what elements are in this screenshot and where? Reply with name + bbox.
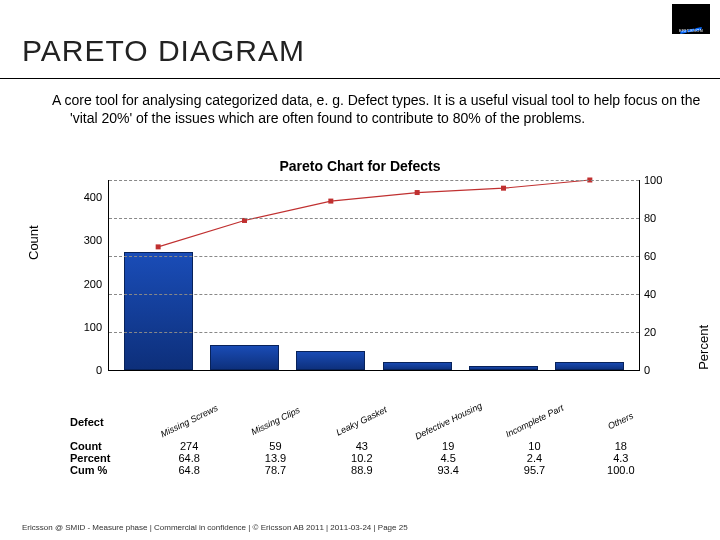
table-cell: Others (578, 416, 664, 428)
table-cell: 88.9 (319, 464, 405, 476)
y-tick: 100 (84, 321, 102, 333)
table-row: 2745943191018 (146, 440, 664, 452)
table-cell: 95.7 (491, 464, 577, 476)
table-row: 64.878.788.993.495.7100.0 (146, 464, 664, 476)
page-description: A core tool for analysing categorized da… (32, 92, 710, 127)
table-cell: Missing Screws (146, 416, 232, 428)
y2-tick: 80 (644, 212, 656, 224)
pareto-chart: Pareto Chart for Defects Count Percent 0… (30, 158, 690, 478)
y-axis-ticks: 0100200300400 (68, 180, 104, 370)
table-cell: Leaky Gasket (319, 416, 405, 428)
y2-tick: 0 (644, 364, 650, 376)
table-cell: 13.9 (232, 452, 318, 464)
table-row-header: Count (70, 440, 130, 452)
category-label: Leaky Gasket (335, 404, 389, 437)
table-cell: 100.0 (578, 464, 664, 476)
table-row-header: Percent (70, 452, 130, 464)
category-label: Others (606, 411, 635, 432)
cum-line (109, 180, 639, 370)
plot-area (108, 180, 640, 371)
gridline (109, 294, 639, 295)
category-label: Incomplete Part (504, 403, 565, 440)
cum-marker-icon (501, 186, 506, 191)
slide-page: ERICSSON PARETO DIAGRAM A core tool for … (0, 0, 720, 540)
cum-marker-icon (415, 190, 420, 195)
page-title: PARETO DIAGRAM (22, 34, 305, 68)
table-cell: 19 (405, 440, 491, 452)
gridline (109, 332, 639, 333)
y2-tick: 20 (644, 326, 656, 338)
table-cell: 43 (319, 440, 405, 452)
cum-polyline (158, 180, 590, 247)
table-cell: 64.8 (146, 464, 232, 476)
table-cell: 18 (578, 440, 664, 452)
title-rule (0, 78, 720, 79)
y-tick: 400 (84, 191, 102, 203)
y2-tick: 60 (644, 250, 656, 262)
table-cell: 274 (146, 440, 232, 452)
category-label: Defective Housing (413, 400, 483, 441)
cum-marker-icon (156, 244, 161, 249)
table-row: 64.813.910.24.52.44.3 (146, 452, 664, 464)
table-cell: Defective Housing (405, 416, 491, 428)
slide-footer: Ericsson @ SMID - Measure phase | Commer… (22, 523, 408, 532)
y-tick: 200 (84, 278, 102, 290)
table-row: Missing ScrewsMissing ClipsLeaky GasketD… (146, 416, 664, 428)
table-cell: Incomplete Part (491, 416, 577, 428)
table-cell: 78.7 (232, 464, 318, 476)
table-cell: 64.8 (146, 452, 232, 464)
data-table: DefectMissing ScrewsMissing ClipsLeaky G… (60, 416, 710, 478)
table-cell: Missing Clips (232, 416, 318, 428)
y-tick: 300 (84, 234, 102, 246)
y-tick: 0 (96, 364, 102, 376)
gridline (109, 180, 639, 181)
y2-tick: 40 (644, 288, 656, 300)
category-label: Missing Clips (249, 405, 301, 437)
table-cell: 59 (232, 440, 318, 452)
table-cell: 10.2 (319, 452, 405, 464)
chart-title: Pareto Chart for Defects (30, 158, 690, 174)
table-cell: 2.4 (491, 452, 577, 464)
y2-tick: 100 (644, 174, 662, 186)
brand-name: ERICSSON (672, 28, 710, 33)
table-cell: 93.4 (405, 464, 491, 476)
category-label: Missing Screws (159, 403, 220, 439)
table-cell: 4.3 (578, 452, 664, 464)
table-row-header: Cum % (70, 464, 130, 476)
table-cell: 10 (491, 440, 577, 452)
table-row-header: Defect (70, 416, 130, 428)
gridline (109, 218, 639, 219)
brand-logo: ERICSSON (672, 4, 710, 34)
gridline (109, 256, 639, 257)
cum-marker-icon (328, 199, 333, 204)
table-cell: 4.5 (405, 452, 491, 464)
plot-wrap: Count Percent 0100200300400 020406080100 (30, 180, 690, 398)
y2-axis-label: Percent (696, 325, 711, 370)
y-axis-label: Count (26, 225, 41, 260)
y2-axis-ticks: 020406080100 (642, 180, 672, 370)
